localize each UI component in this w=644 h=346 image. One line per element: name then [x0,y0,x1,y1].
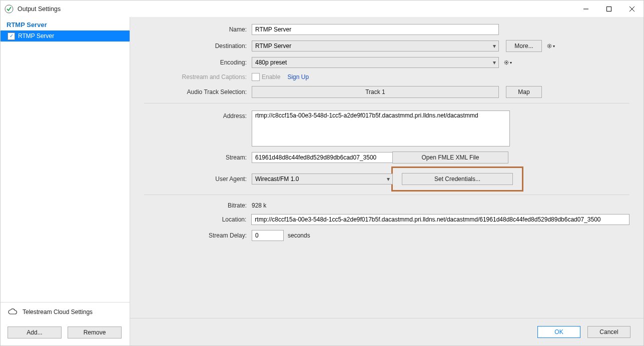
ok-button[interactable]: OK [537,326,580,338]
label-stream: Stream: [144,154,252,161]
footer: OK Cancel [130,318,643,346]
label-stream-delay: Stream Delay: [144,232,252,239]
minimize-button[interactable] [574,0,597,17]
titlebar: Output Settings [1,0,643,17]
more-button[interactable]: More... [506,40,542,52]
add-button[interactable]: Add... [8,326,62,338]
enable-checkbox[interactable] [252,73,260,81]
svg-line-20 [507,64,508,64]
app-icon [5,4,14,14]
output-settings-window: Output Settings RTMP Server ✓ RTMP Serve… [0,0,644,346]
svg-point-5 [549,46,550,47]
close-button[interactable] [620,0,643,17]
enable-label: Enable [262,74,280,80]
label-destination: Destination: [144,42,252,50]
signup-link[interactable]: Sign Up [287,74,309,80]
svg-line-19 [505,61,505,62]
svg-line-21 [507,61,508,62]
address-textarea[interactable] [252,110,510,146]
svg-line-11 [550,47,551,48]
user-agent-select[interactable] [252,174,393,184]
encoding-select[interactable] [252,57,499,68]
label-name: Name: [144,26,252,33]
sidebar-header: RTMP Server [1,17,130,30]
label-location: Location: [144,216,251,223]
window-title: Output Settings [18,6,61,12]
track-button[interactable]: Track 1 [252,86,499,98]
open-fmle-button[interactable]: Open FMLE XML File [392,152,508,164]
cloud-settings-label: Telestream Cloud Settings [23,308,93,316]
label-audio-track: Audio Track Selection: [144,88,252,96]
stream-input[interactable] [252,152,393,163]
maximize-button[interactable] [597,0,620,17]
remove-button[interactable]: Remove [68,326,122,338]
label-user-agent: User Agent: [144,176,252,182]
seconds-label: seconds [288,232,310,239]
sidebar-item-rtmp[interactable]: ✓ RTMP Server [1,30,130,42]
svg-rect-2 [607,6,611,11]
svg-point-14 [506,62,507,64]
highlight-annotation: Set Credentials... [391,166,523,192]
svg-line-22 [505,64,505,64]
stream-delay-input[interactable] [252,230,284,241]
checkbox-icon[interactable]: ✓ [8,32,15,40]
divider [144,103,629,104]
set-credentials-button[interactable]: Set Credentials... [402,173,513,185]
location-input[interactable] [251,214,629,225]
main-panel: Name: Destination: ▾ More... ▾ [130,17,643,346]
cloud-icon [8,308,18,316]
svg-line-10 [548,44,548,45]
sidebar: RTMP Server ✓ RTMP Server Telestream Clo… [1,17,130,346]
label-restream: Restream and Captions: [144,74,252,80]
gear-icon[interactable]: ▾ [547,42,555,50]
divider [144,194,629,195]
label-encoding: Encoding: [144,59,252,66]
gear-icon[interactable]: ▾ [504,58,512,66]
label-address: Address: [144,110,252,120]
map-button[interactable]: Map [506,86,542,98]
bitrate-value: 928 k [252,202,266,209]
telestream-cloud-settings[interactable]: Telestream Cloud Settings [1,302,130,322]
cancel-button[interactable]: Cancel [587,326,630,338]
name-input[interactable] [252,24,499,35]
destination-select[interactable] [252,40,499,52]
svg-line-13 [548,47,548,48]
svg-line-12 [550,44,551,45]
label-bitrate: Bitrate: [144,202,252,209]
sidebar-item-label: RTMP Server [18,32,54,40]
